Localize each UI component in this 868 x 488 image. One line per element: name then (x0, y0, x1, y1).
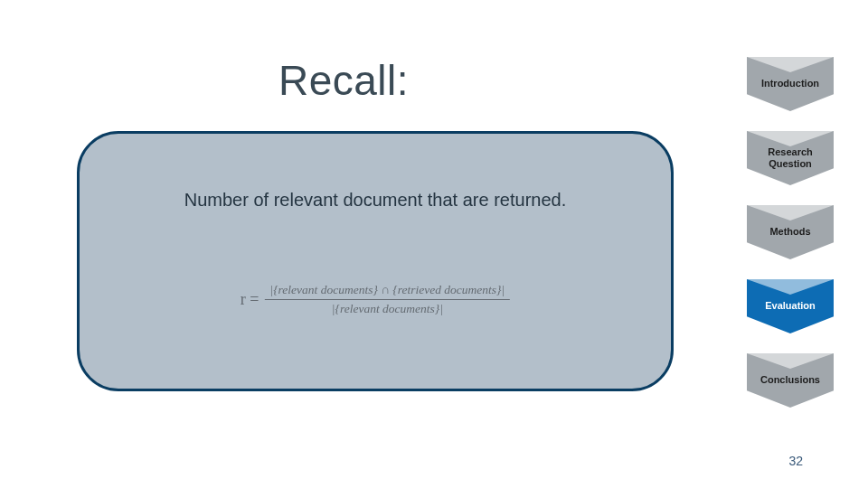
progress-step: Evaluation (747, 279, 834, 333)
formula-lhs: r = (241, 290, 259, 309)
formula-numerator: |{relevant documents} ∩ {retrieved docum… (264, 283, 510, 300)
progress-step: Research Question (747, 131, 834, 185)
formula-denominator: |{relevant documents}| (332, 300, 443, 316)
progress-step-label: Evaluation (760, 300, 821, 312)
progress-steps: IntroductionResearch QuestionMethodsEval… (747, 57, 834, 408)
progress-step-label: Methods (764, 226, 816, 238)
definition-text: Number of relevant document that are ret… (122, 190, 628, 211)
slide-title: Recall: (0, 56, 687, 105)
progress-step: Methods (747, 205, 834, 259)
progress-step-label: Research Question (747, 146, 834, 170)
progress-step-label: Introduction (756, 78, 825, 89)
progress-step: Conclusions (747, 353, 834, 408)
progress-step: Introduction (747, 57, 834, 111)
page-number: 32 (788, 454, 803, 468)
recall-formula: r = |{relevant documents} ∩ {retrieved d… (241, 283, 510, 316)
progress-step-label: Conclusions (755, 374, 826, 386)
definition-bubble: Number of relevant document that are ret… (77, 131, 674, 391)
slide: Recall: Number of relevant document that… (0, 0, 868, 488)
